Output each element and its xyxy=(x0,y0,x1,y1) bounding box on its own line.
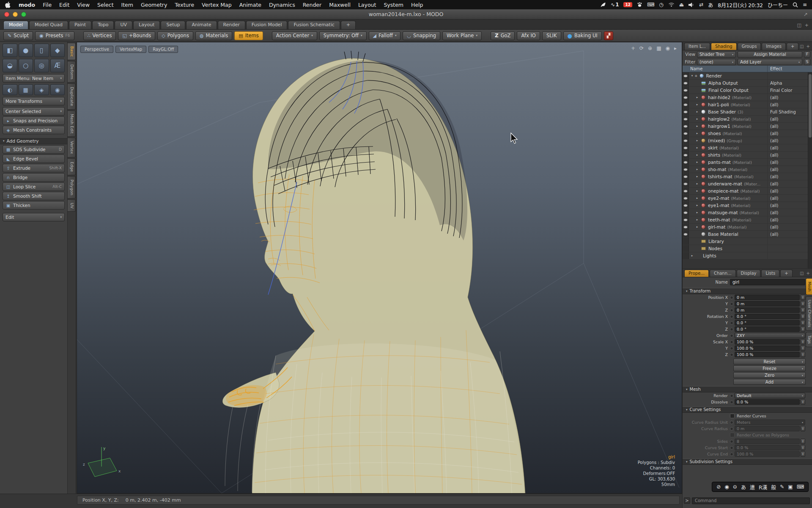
viewport-widget-icon[interactable]: ⟳ xyxy=(639,45,644,51)
eye-icon[interactable] xyxy=(683,161,688,164)
mini-slider[interactable]: ↕ xyxy=(801,301,805,306)
eye-icon[interactable] xyxy=(683,89,688,92)
visibility-gutter[interactable] xyxy=(683,152,689,158)
geometry-tool-button[interactable]: ∩ Bridge xyxy=(3,173,65,182)
menubar-item[interactable]: Item xyxy=(118,2,137,8)
keyboard-status-icon[interactable]: ⌨ xyxy=(647,2,654,8)
shader-tree-row[interactable]: ▸ Base Shader (3) Full Shading xyxy=(683,108,812,116)
visibility-gutter[interactable] xyxy=(683,87,689,94)
eye-icon[interactable] xyxy=(683,125,688,128)
visibility-gutter[interactable] xyxy=(683,101,689,108)
paw-status-icon[interactable] xyxy=(637,2,642,7)
tool-palette-icon[interactable]: ▦ xyxy=(19,84,33,95)
mini-slider[interactable]: ↕ xyxy=(801,399,805,405)
ime-toolbar-button[interactable]: 般 xyxy=(771,483,776,491)
shader-tree-row[interactable]: Library xyxy=(683,238,812,245)
expand-arrow-icon[interactable]: ▸ xyxy=(695,117,700,121)
value-field[interactable]: 0 m xyxy=(735,307,800,313)
toolbar-button[interactable]: ◍ Materials xyxy=(195,31,232,40)
eye-icon[interactable] xyxy=(683,226,688,229)
expand-arrow-icon[interactable]: ▸ xyxy=(695,211,700,214)
shader-tree-row[interactable]: ▸ hairglow2 (Material) (all) xyxy=(683,116,812,123)
properties-category-tab[interactable]: Mesh xyxy=(806,278,812,295)
layer-effect[interactable]: (all) xyxy=(767,152,812,158)
fullscreen-icon[interactable]: ↗ xyxy=(804,11,808,17)
viewport-widget-icon[interactable]: ⊕ xyxy=(648,45,652,51)
channel-dot[interactable] xyxy=(730,315,733,318)
value-field[interactable]: 0 m xyxy=(735,426,800,431)
visibility-gutter[interactable] xyxy=(683,108,689,115)
menubar-item[interactable]: Animate xyxy=(236,2,265,8)
shader-tree-row[interactable]: Base Material (all) xyxy=(683,231,812,238)
channel-dot[interactable] xyxy=(730,394,733,398)
eye-icon[interactable] xyxy=(683,190,688,193)
eye-icon[interactable] xyxy=(683,96,688,99)
apple-menu-icon[interactable] xyxy=(0,2,15,8)
layer-effect[interactable]: (all) xyxy=(767,166,812,173)
visibility-gutter[interactable] xyxy=(683,202,689,209)
layout-tab[interactable]: UV xyxy=(115,21,132,29)
toolbar-button[interactable]: ▤ Items xyxy=(234,31,263,40)
toolbar-button[interactable]: Symmetry: Off ▾ xyxy=(319,31,367,40)
layer-effect[interactable]: (all) xyxy=(767,202,812,209)
ime-toolbar-button[interactable]: 連 xyxy=(750,483,755,491)
layout-tab[interactable]: Fusion Schematic xyxy=(288,21,340,29)
expand-arrow-icon[interactable]: ▸ xyxy=(695,204,700,207)
geometry-tool-button[interactable]: ◣ Edge Bevel xyxy=(3,155,65,163)
mini-slider[interactable]: ↕ xyxy=(801,314,805,319)
layer-effect[interactable]: (all) xyxy=(767,116,812,122)
layer-effect[interactable]: (all) xyxy=(767,180,812,187)
value-field[interactable]: 100.0 % xyxy=(735,451,800,457)
eye-icon[interactable] xyxy=(683,132,688,135)
layout-tab[interactable]: Model xyxy=(3,21,28,29)
panel-options-icon[interactable]: ◫ xyxy=(800,271,804,276)
shader-tree-row[interactable]: ▸ pants-mat (Material) (all) xyxy=(683,159,812,166)
eject-status-icon[interactable]: ⏏ xyxy=(679,2,684,8)
layer-effect[interactable]: (all) xyxy=(767,231,812,237)
expand-arrow-icon[interactable]: ▸ xyxy=(695,103,700,106)
expand-arrow-icon[interactable]: ▸ xyxy=(695,139,700,142)
menubar-item[interactable]: Help xyxy=(407,2,427,8)
value-field[interactable]: 0.0 ° xyxy=(735,326,800,332)
expand-arrow-icon[interactable]: ▸ xyxy=(695,218,700,221)
eye-icon[interactable] xyxy=(683,168,688,171)
properties-category-tab[interactable]: User Channels xyxy=(806,296,812,331)
tool-palette-icon[interactable]: ● xyxy=(19,44,33,57)
channel-dot[interactable] xyxy=(730,421,733,424)
value-field[interactable]: 0 m xyxy=(735,301,800,306)
visibility-gutter[interactable] xyxy=(683,209,689,216)
layer-effect[interactable]: (all) xyxy=(767,195,812,202)
tool-category-tab[interactable]: Duplicate xyxy=(68,83,76,109)
shader-tree-row[interactable]: ▸ eye1-mat (Material) (all) xyxy=(683,202,812,209)
expand-arrow-icon[interactable]: ▸ xyxy=(690,254,694,257)
viewport-widget-icon[interactable]: ◉ xyxy=(665,45,669,51)
visibility-gutter[interactable] xyxy=(683,231,689,237)
tool-category-tab[interactable]: Deform xyxy=(68,61,76,83)
value-field[interactable]: 100.0 % xyxy=(735,352,800,357)
eye-icon[interactable] xyxy=(683,182,688,185)
value-field[interactable]: 0 m xyxy=(735,295,800,300)
menubar-item[interactable]: Dynamics xyxy=(265,2,299,8)
menubar-item[interactable]: Layout xyxy=(354,2,380,8)
transform-action-button[interactable]: Reset ▾ xyxy=(733,359,806,364)
value-field[interactable]: 0.0 % xyxy=(735,399,800,405)
mini-slider[interactable]: ↕ xyxy=(801,451,805,457)
layer-effect[interactable] xyxy=(767,238,812,245)
expand-arrow-icon[interactable]: ▸ xyxy=(695,96,700,99)
add-geometry-header[interactable]: ▾ Add Geometry xyxy=(0,137,67,144)
tool-palette-icon[interactable]: ◆ xyxy=(50,44,65,57)
visibility-gutter[interactable] xyxy=(683,173,689,180)
layout-tab[interactable]: Setup xyxy=(161,21,185,29)
channel-dot[interactable] xyxy=(730,446,733,450)
value-field[interactable]: 100.0 % xyxy=(735,339,800,345)
layer-effect[interactable]: Alpha xyxy=(767,80,812,86)
eye-icon[interactable] xyxy=(683,110,688,113)
s-button[interactable]: S xyxy=(804,59,810,65)
subdivision-section-header[interactable]: ▾ Subdivision Settings xyxy=(683,458,812,465)
channel-dot[interactable] xyxy=(730,321,733,325)
menubar-item[interactable]: Geometry xyxy=(137,2,171,8)
filter-dropdown[interactable]: (none) ▾ xyxy=(697,59,736,65)
layer-effect[interactable]: Full Shading xyxy=(767,108,812,115)
menubar-item[interactable]: System xyxy=(380,2,407,8)
curve-settings-section-header[interactable]: ▾ Curve Settings xyxy=(683,406,812,413)
